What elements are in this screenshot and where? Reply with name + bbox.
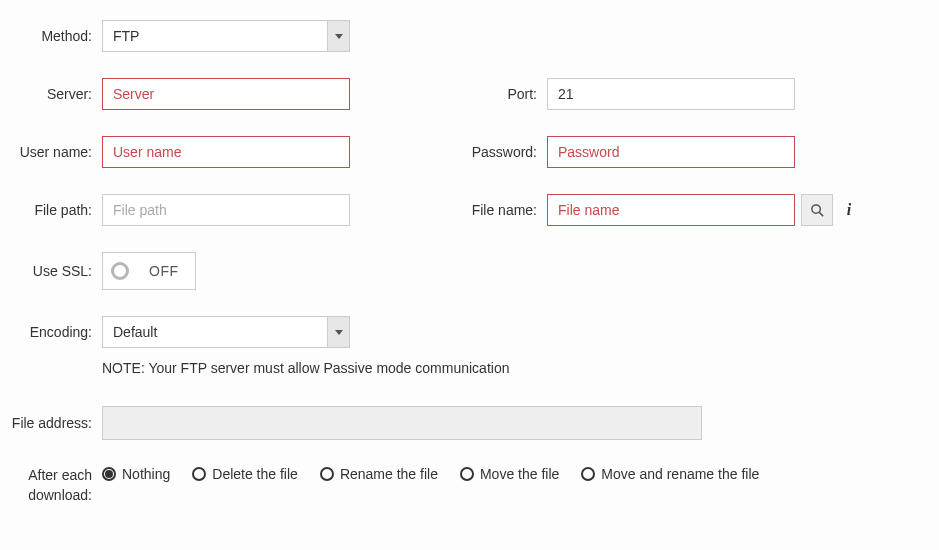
chevron-down-icon bbox=[335, 34, 343, 39]
server-label: Server: bbox=[0, 86, 102, 102]
radio-label: Nothing bbox=[122, 466, 170, 482]
filename-search-button[interactable] bbox=[801, 194, 833, 226]
search-icon bbox=[810, 203, 825, 218]
svg-line-1 bbox=[819, 212, 823, 216]
toggle-knob-icon bbox=[111, 262, 129, 280]
afterdownload-radio-group: NothingDelete the fileRename the fileMov… bbox=[102, 466, 759, 482]
radio-icon bbox=[192, 467, 206, 481]
password-label: Password: bbox=[437, 144, 547, 160]
filepath-label: File path: bbox=[0, 202, 102, 218]
radio-label: Rename the file bbox=[340, 466, 438, 482]
encoding-label: Encoding: bbox=[0, 324, 102, 340]
radio-icon bbox=[460, 467, 474, 481]
afterdownload-radio[interactable]: Move the file bbox=[460, 466, 559, 482]
encoding-select-value: Default bbox=[103, 317, 327, 347]
chevron-down-icon bbox=[335, 330, 343, 335]
info-icon[interactable]: i bbox=[839, 201, 859, 219]
filename-label: File name: bbox=[437, 202, 547, 218]
method-select-value: FTP bbox=[103, 21, 327, 51]
method-label: Method: bbox=[0, 28, 102, 44]
port-value: 21 bbox=[558, 86, 574, 102]
port-label: Port: bbox=[437, 86, 547, 102]
usessl-toggle-label: OFF bbox=[149, 263, 179, 279]
port-input[interactable]: 21 bbox=[547, 78, 795, 110]
password-input[interactable] bbox=[547, 136, 795, 168]
radio-icon bbox=[102, 467, 116, 481]
fileaddress-label: File address: bbox=[0, 415, 102, 431]
ftp-settings-form: Method: FTP Server: Port: 21 User name: bbox=[0, 20, 939, 505]
radio-icon bbox=[320, 467, 334, 481]
method-select-button[interactable] bbox=[327, 21, 349, 51]
afterdownload-radio[interactable]: Nothing bbox=[102, 466, 170, 482]
radio-label: Move and rename the file bbox=[601, 466, 759, 482]
username-label: User name: bbox=[0, 144, 102, 160]
usessl-toggle[interactable]: OFF bbox=[102, 252, 196, 290]
afterdownload-radio[interactable]: Rename the file bbox=[320, 466, 438, 482]
svg-point-0 bbox=[811, 204, 819, 212]
filename-input[interactable] bbox=[547, 194, 795, 226]
afterdownload-radio[interactable]: Move and rename the file bbox=[581, 466, 759, 482]
note-text: NOTE: Your FTP server must allow Passive… bbox=[102, 360, 509, 376]
username-input[interactable] bbox=[102, 136, 350, 168]
afterdownload-radio[interactable]: Delete the file bbox=[192, 466, 298, 482]
radio-label: Delete the file bbox=[212, 466, 298, 482]
method-select[interactable]: FTP bbox=[102, 20, 350, 52]
radio-label: Move the file bbox=[480, 466, 559, 482]
encoding-select[interactable]: Default bbox=[102, 316, 350, 348]
afterdownload-label: After each download: bbox=[0, 466, 102, 505]
usessl-label: Use SSL: bbox=[0, 263, 102, 279]
encoding-select-button[interactable] bbox=[327, 317, 349, 347]
filepath-input[interactable] bbox=[102, 194, 350, 226]
server-input[interactable] bbox=[102, 78, 350, 110]
radio-icon bbox=[581, 467, 595, 481]
fileaddress-field bbox=[102, 406, 702, 440]
